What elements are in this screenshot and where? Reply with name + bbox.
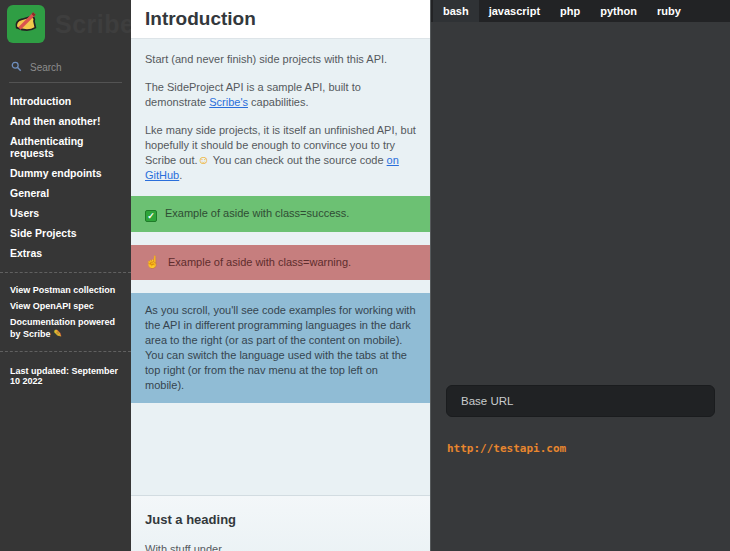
search-input[interactable]	[28, 61, 118, 74]
sidebar: Scribe Introduction And then another! Au…	[0, 0, 131, 551]
sidebar-divider	[0, 351, 131, 352]
writing-hand-small-icon: ✎	[54, 328, 62, 339]
writing-hand-icon	[11, 7, 41, 41]
language-tab[interactable]: ruby	[647, 0, 691, 22]
pointing-hand-icon: ☝	[145, 255, 160, 269]
powered-by-link[interactable]: Documentation powered by Scribe✎	[0, 314, 131, 342]
check-icon: ✓	[145, 210, 157, 222]
intro-paragraph-2: The SideProject API is a sample API, bui…	[131, 80, 430, 110]
aside-success-text: Example of aside with class=success.	[165, 207, 349, 219]
sidebar-nav-item[interactable]: Dummy endpoints	[0, 163, 131, 183]
intro-paragraph-3: Lke many side projects, it is itself an …	[131, 123, 430, 183]
language-tab[interactable]: php	[550, 0, 590, 22]
language-tab[interactable]: bash	[433, 0, 479, 22]
logo-row: Scribe	[0, 0, 131, 47]
scribe-logo[interactable]	[7, 5, 45, 43]
sidebar-nav-item[interactable]: General	[0, 183, 131, 203]
sidebar-divider	[0, 272, 131, 273]
sidebar-nav-item[interactable]: Side Projects	[0, 223, 131, 243]
content-column: Introduction Start (and never finish) si…	[131, 0, 430, 551]
paragraph-text: You can check out the source code	[210, 154, 387, 166]
page-title: Introduction	[145, 8, 416, 30]
paragraph-text: capabilities.	[248, 96, 309, 108]
sidebar-links: View Postman collection View OpenAPI spe…	[0, 282, 131, 342]
paragraph-text: .	[179, 169, 182, 181]
base-url-box: Base URL	[446, 385, 715, 417]
bottom-section: Just a heading With stuff under	[131, 495, 430, 551]
base-url-value: http://testapi.com	[447, 442, 714, 455]
language-tab[interactable]: python	[590, 0, 647, 22]
aside-warning: ☝Example of aside with class=warning.	[131, 245, 430, 280]
code-panel: bash javascript php python ruby Base URL…	[430, 0, 730, 551]
scribe-link[interactable]: Scribe's	[209, 96, 248, 108]
search-bar[interactable]	[9, 55, 122, 83]
aside-warning-text: Example of aside with class=warning.	[168, 256, 351, 268]
sub-heading-text: With stuff under	[145, 543, 416, 551]
sidebar-nav-item[interactable]: Users	[0, 203, 131, 223]
language-tab-bar: bash javascript php python ruby	[431, 0, 730, 22]
postman-link[interactable]: View Postman collection	[0, 282, 131, 298]
aside-info: As you scroll, you'll see code examples …	[131, 293, 430, 403]
sidebar-nav-item[interactable]: Authenticating requests	[0, 131, 131, 163]
last-updated-label: Last updated: September 10 2022	[0, 361, 131, 391]
aside-success: ✓Example of aside with class=success.	[131, 196, 430, 232]
content-header: Introduction	[131, 0, 430, 39]
sidebar-nav-item[interactable]: Extras	[0, 243, 131, 263]
intro-paragraph-1: Start (and never finish) side projects w…	[131, 52, 430, 67]
smiley-icon: ☺	[198, 153, 210, 167]
powered-by-text: Documentation powered by Scribe	[10, 317, 115, 339]
sub-heading: Just a heading	[145, 512, 416, 527]
sidebar-nav-item[interactable]: And then another!	[0, 111, 131, 131]
sidebar-nav-item[interactable]: Introduction	[0, 91, 131, 111]
language-tab[interactable]: javascript	[479, 0, 550, 22]
search-icon	[11, 58, 22, 76]
sidebar-nav: Introduction And then another! Authentic…	[0, 91, 131, 263]
site-title: Scribe	[55, 10, 131, 39]
openapi-link[interactable]: View OpenAPI spec	[0, 298, 131, 314]
